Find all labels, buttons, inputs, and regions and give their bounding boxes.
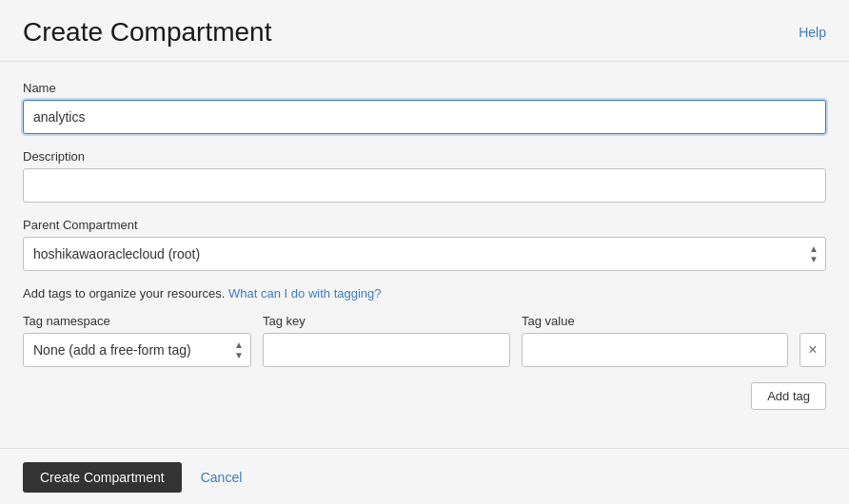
tag-namespace-label: Tag namespace	[23, 314, 251, 328]
help-link[interactable]: Help	[799, 25, 826, 40]
parent-compartment-label: Parent Compartment	[23, 218, 826, 232]
tag-value-label: Tag value	[522, 314, 788, 328]
description-group: Description	[23, 149, 826, 203]
tag-namespace-group: Tag namespace None (add a free-form tag)…	[23, 314, 251, 367]
add-tag-row: Add tag	[23, 382, 826, 410]
add-tag-button[interactable]: Add tag	[751, 382, 826, 410]
cancel-button[interactable]: Cancel	[197, 462, 247, 493]
name-group: Name	[23, 81, 826, 134]
clear-icon: ×	[808, 341, 817, 359]
header: Create Compartment Help	[0, 0, 849, 62]
parent-compartment-select-wrapper: hoshikawaoraclecloud (root) ▲ ▼	[23, 237, 826, 271]
tag-value-input[interactable]	[522, 333, 788, 367]
tag-row: Tag namespace None (add a free-form tag)…	[23, 314, 826, 367]
footer: Create Compartment Cancel	[0, 448, 849, 504]
tag-key-label: Tag key	[263, 314, 510, 328]
description-label: Description	[23, 149, 826, 164]
tagging-info: Add tags to organize your resources. Wha…	[23, 286, 826, 300]
tagging-link[interactable]: What can I do with tagging?	[228, 286, 381, 300]
tag-key-input[interactable]	[263, 333, 510, 367]
page-container: Create Compartment Help Name Description…	[0, 0, 849, 504]
tag-namespace-select-wrapper: None (add a free-form tag) ▲ ▼	[23, 333, 251, 367]
page-title: Create Compartment	[23, 17, 271, 48]
tag-value-group: Tag value	[522, 314, 788, 367]
form-body: Name Description Parent Compartment hosh…	[0, 62, 849, 448]
tag-clear-button[interactable]: ×	[800, 333, 826, 367]
parent-compartment-group: Parent Compartment hoshikawaoraclecloud …	[23, 218, 826, 271]
description-input[interactable]	[23, 168, 826, 203]
tagging-info-text: Add tags to organize your resources.	[23, 286, 225, 300]
create-compartment-button[interactable]: Create Compartment	[23, 462, 182, 493]
parent-compartment-select[interactable]: hoshikawaoraclecloud (root)	[23, 237, 826, 271]
tag-key-group: Tag key	[263, 314, 510, 367]
name-input[interactable]	[23, 100, 826, 134]
tag-namespace-select[interactable]: None (add a free-form tag)	[23, 333, 251, 367]
name-label: Name	[23, 81, 826, 95]
